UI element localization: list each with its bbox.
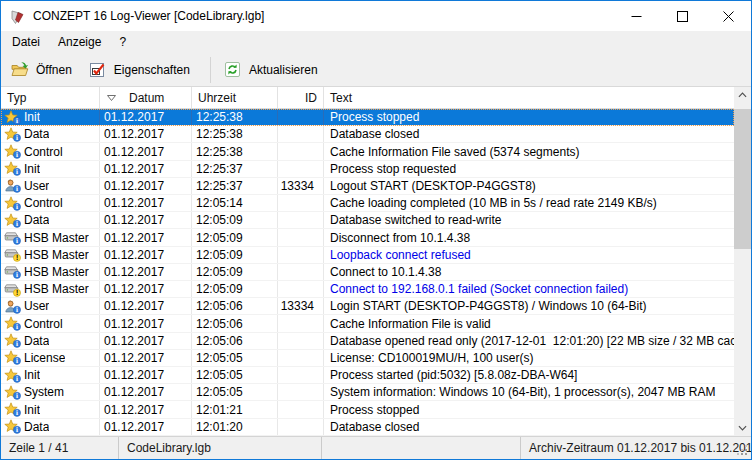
close-icon	[723, 11, 734, 22]
refresh-button-label: Aktualisieren	[249, 63, 318, 77]
minimize-button[interactable]	[613, 1, 659, 31]
cell-id	[278, 126, 324, 142]
cell-typ: i Init	[1, 109, 100, 125]
maximize-button[interactable]	[659, 1, 705, 31]
log-row[interactable]: i Data 01.12.2017 12:05:09 Database swit…	[1, 212, 734, 229]
cell-typ: i Data	[1, 212, 100, 228]
cell-id	[278, 143, 324, 159]
cell-typ: i System	[1, 384, 100, 400]
vertical-scrollbar[interactable]	[734, 87, 751, 436]
log-row[interactable]: i System 01.12.2017 12:05:05 System info…	[1, 384, 734, 401]
cell-uhrzeit: 12:05:05	[192, 384, 278, 400]
cell-uhrzeit: 12:25:37	[192, 178, 278, 194]
scrollbar-track[interactable]	[734, 103, 751, 420]
cell-uhrzeit: 12:25:37	[192, 161, 278, 177]
star-info-icon: i	[4, 419, 22, 434]
log-table-main: Typ Datum Uhrzeit ID Text	[1, 87, 734, 436]
cell-typ: i Data	[1, 419, 100, 435]
menu-help[interactable]: ?	[110, 33, 135, 51]
cell-datum: 01.12.2017	[100, 247, 192, 263]
table-header: Typ Datum Uhrzeit ID Text	[1, 87, 734, 109]
star-info-icon: i	[4, 402, 22, 417]
star-info-icon: i	[4, 127, 22, 142]
cell-datum: 01.12.2017	[100, 350, 192, 366]
user-info-icon: i	[4, 178, 22, 193]
cell-id	[278, 419, 324, 435]
refresh-button[interactable]: Aktualisieren	[217, 56, 328, 83]
cell-datum: 01.12.2017	[100, 281, 192, 297]
log-row[interactable]: i HSB Master 01.12.2017 12:05:09 Connect…	[1, 264, 734, 281]
scroll-down-button[interactable]	[734, 420, 751, 436]
typ-label: Init	[24, 368, 40, 382]
log-row[interactable]: i Init 01.12.2017 12:01:21 Process stopp…	[1, 401, 734, 418]
log-row[interactable]: ! HSB Master 01.12.2017 12:05:09 Connect…	[1, 281, 734, 298]
log-row[interactable]: i Control 01.12.2017 12:05:14 Cache load…	[1, 195, 734, 212]
menubar: Datei Anzeige ?	[1, 31, 751, 53]
cell-datum: 01.12.2017	[100, 419, 192, 435]
log-row[interactable]: ! HSB Master 01.12.2017 12:05:09 Loopbac…	[1, 247, 734, 264]
properties-icon	[89, 61, 107, 78]
cell-uhrzeit: 12:05:06	[192, 315, 278, 331]
log-row[interactable]: i Data 01.12.2017 12:25:38 Database clos…	[1, 126, 734, 143]
cell-typ: i Init	[1, 161, 100, 177]
resize-grip[interactable]	[736, 444, 750, 458]
log-row[interactable]: i HSB Master 01.12.2017 12:05:09 Disconn…	[1, 229, 734, 246]
menu-datei[interactable]: Datei	[3, 33, 49, 51]
typ-label: HSB Master	[24, 231, 89, 245]
column-header-typ[interactable]: Typ	[1, 87, 100, 108]
status-line-indicator: Zeile 1 / 41	[1, 437, 119, 459]
cell-text: Database closed	[324, 419, 734, 435]
log-row[interactable]: i Init 01.12.2017 12:25:38 Process stopp…	[1, 109, 734, 126]
log-row[interactable]: i User 01.12.2017 12:25:37 13334 Logout …	[1, 178, 734, 195]
properties-button[interactable]: Eigenschaften	[82, 56, 200, 83]
close-button[interactable]	[705, 1, 751, 31]
cell-text: Logout START (DESKTOP-P4GGST8)	[324, 178, 734, 194]
status-filename: CodeLibrary.lgb	[119, 437, 322, 459]
minimize-icon	[631, 11, 642, 22]
cell-id	[278, 384, 324, 400]
column-header-datum[interactable]: Datum	[100, 87, 192, 108]
cell-text: Cache Information File is valid	[324, 315, 734, 331]
cell-datum: 01.12.2017	[100, 333, 192, 349]
typ-label: Control	[24, 196, 63, 210]
log-row[interactable]: i Data 01.12.2017 12:05:06 Database open…	[1, 333, 734, 350]
scrollbar-thumb[interactable]	[734, 109, 751, 249]
log-row[interactable]: i Init 01.12.2017 12:05:05 Process start…	[1, 367, 734, 384]
log-row[interactable]: i License 01.12.2017 12:05:05 License: C…	[1, 350, 734, 367]
refresh-icon	[224, 61, 242, 78]
column-header-uhrzeit[interactable]: Uhrzeit	[192, 87, 278, 108]
cell-id	[278, 212, 324, 228]
cell-id	[278, 315, 324, 331]
sort-descending-icon	[107, 95, 116, 101]
chevron-up-icon	[738, 92, 747, 98]
menu-anzeige[interactable]: Anzeige	[49, 33, 110, 51]
log-row[interactable]: i User 01.12.2017 12:05:06 13334 Login S…	[1, 298, 734, 315]
toolbar: Öffnen Eigenschaften	[1, 53, 751, 86]
cell-typ: ! HSB Master	[1, 281, 100, 297]
column-header-id[interactable]: ID	[278, 87, 324, 108]
cell-typ: i Control	[1, 143, 100, 159]
scroll-up-button[interactable]	[734, 87, 751, 103]
cell-typ: i HSB Master	[1, 264, 100, 280]
cell-datum: 01.12.2017	[100, 315, 192, 331]
typ-label: License	[24, 351, 65, 365]
star-info-icon: i	[4, 316, 22, 331]
typ-label: Data	[24, 127, 49, 141]
cell-uhrzeit: 12:25:38	[192, 109, 278, 125]
log-row[interactable]: i Control 01.12.2017 12:25:38 Cache Info…	[1, 143, 734, 160]
cell-id	[278, 350, 324, 366]
chevron-down-icon	[738, 425, 747, 431]
log-row[interactable]: i Control 01.12.2017 12:05:06 Cache Info…	[1, 315, 734, 332]
star-info-icon: i	[4, 350, 22, 365]
log-row[interactable]: i Data 01.12.2017 12:01:20 Database clos…	[1, 419, 734, 436]
disk-info-icon: i	[4, 230, 22, 245]
column-header-id-label: ID	[305, 91, 317, 105]
log-row[interactable]: i Init 01.12.2017 12:25:37 Process stop …	[1, 161, 734, 178]
star-info-icon: i	[4, 333, 22, 348]
open-button-label: Öffnen	[36, 63, 72, 77]
open-button[interactable]: Öffnen	[4, 56, 82, 83]
cell-text: Database closed	[324, 126, 734, 142]
column-header-text[interactable]: Text	[324, 87, 734, 108]
cell-id: 13334	[278, 298, 324, 314]
disk-warning-icon: !	[4, 282, 22, 297]
